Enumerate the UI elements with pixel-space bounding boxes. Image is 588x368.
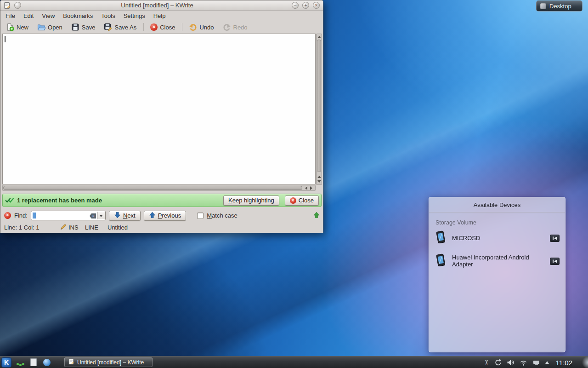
menu-help[interactable]: Help [149, 12, 170, 20]
close-window-button[interactable] [313, 2, 320, 9]
save-button[interactable]: Save [68, 22, 98, 32]
save-floppy-icon [71, 23, 79, 31]
scissors-klipper-icon[interactable] [483, 360, 490, 365]
app-launcher-button[interactable]: K [1, 357, 11, 368]
redo-arrow-icon [223, 23, 231, 31]
close-find-bar-button[interactable] [4, 212, 11, 219]
menu-settings[interactable]: Settings [119, 12, 149, 20]
unmount-device-button[interactable] [550, 258, 560, 265]
panel-cashew-icon[interactable] [582, 356, 588, 368]
taskbar-panel: K Untitled [modified] – KWrite 11:02 [0, 356, 588, 368]
network-wifi-icon[interactable] [520, 359, 527, 366]
desktop-toolbox[interactable]: Desktop [536, 0, 582, 12]
save-as-button[interactable]: Save As [101, 22, 139, 32]
find-input-caret [33, 213, 36, 218]
sync-circular-arrow-icon[interactable] [494, 359, 502, 366]
power-search-arrow-icon[interactable] [313, 212, 320, 220]
find-next-button[interactable]: Next [109, 211, 141, 221]
double-checkmark-icon [5, 197, 15, 204]
device-name: Huawei Incorporated Android Adapter [452, 254, 544, 268]
undo-button-label: Undo [199, 24, 214, 31]
available-devices-widget: Available Devices Storage Volume MICROSD… [429, 197, 565, 352]
arrow-down-icon [114, 212, 121, 220]
document-icon[interactable] [30, 358, 37, 366]
menu-view[interactable]: View [38, 12, 59, 20]
match-case-checkbox[interactable] [197, 213, 204, 219]
green-dots-icon[interactable] [16, 358, 25, 367]
panel-clock[interactable]: 11:02 [556, 359, 572, 367]
task-label: Untitled [modified] – KWrite [77, 359, 144, 366]
smartphone-icon [435, 230, 447, 246]
close-document-button[interactable]: Close [147, 23, 178, 32]
vertical-scrollbar-thumb[interactable] [317, 40, 321, 172]
scroll-left-arrow-icon[interactable] [305, 186, 307, 190]
open-folder-icon [37, 23, 45, 31]
open-button-label: Open [48, 24, 62, 31]
find-history-dropdown[interactable] [97, 212, 105, 219]
find-input[interactable] [31, 211, 106, 220]
device-notifier-icon[interactable] [532, 359, 540, 366]
desktop-toolbox-label: Desktop [549, 3, 571, 10]
replacement-message-text: 1 replacement has been made [17, 197, 102, 204]
blue-sphere-icon[interactable] [43, 359, 51, 366]
maximize-button[interactable] [302, 2, 309, 9]
device-row-huawei[interactable]: Huawei Incorporated Android Adapter [429, 250, 565, 273]
toolbar: New Open Save Save As Close Und [0, 21, 323, 34]
window-title: Untitled [modified] – KWrite [28, 2, 286, 9]
new-document-icon [6, 23, 14, 31]
menubar: File Edit View Bookmarks Tools Settings … [0, 11, 323, 21]
save-as-floppy-pencil-icon [104, 23, 112, 31]
scroll-down-arrow-icon[interactable] [317, 180, 321, 183]
horizontal-scrollbar[interactable] [2, 185, 316, 191]
undo-arrow-icon [189, 23, 197, 31]
device-name: MICROSD [452, 235, 544, 242]
minimize-button[interactable] [292, 2, 299, 9]
find-next-label: Next [123, 212, 136, 219]
menu-file[interactable]: File [1, 12, 19, 20]
menu-bookmarks[interactable]: Bookmarks [59, 12, 97, 20]
titlebar[interactable]: Untitled [modified] – KWrite [0, 0, 323, 11]
new-button[interactable]: New [3, 22, 31, 32]
line-ending-indicator[interactable]: LINE [85, 224, 98, 231]
toolbar-separator [143, 23, 144, 31]
menu-tools[interactable]: Tools [97, 12, 119, 20]
find-label: Find: [14, 212, 28, 219]
keep-highlighting-button[interactable]: Keep highlighting [223, 196, 279, 206]
find-bar: Find: Next Previous Match case [0, 209, 324, 222]
taskbar-task-kwrite[interactable]: Untitled [modified] – KWrite [64, 357, 153, 367]
scroll-right-arrow-icon[interactable] [310, 186, 312, 190]
undo-button[interactable]: Undo [186, 22, 216, 32]
scroll-up-arrow-icon-bottom[interactable] [317, 176, 321, 178]
unmount-icon [552, 236, 558, 241]
save-button-label: Save [82, 24, 96, 31]
volume-speaker-icon[interactable] [507, 359, 514, 366]
vertical-scrollbar[interactable] [316, 34, 322, 185]
replacement-message-bar: 1 replacement has been made Keep highlig… [2, 194, 322, 207]
insert-mode-indicator[interactable]: INS [60, 224, 79, 231]
close-button-label: Close [160, 24, 175, 31]
scroll-up-arrow-icon[interactable] [317, 36, 321, 38]
devices-widget-title: Available Devices [429, 201, 565, 208]
find-previous-button[interactable]: Previous [144, 211, 187, 221]
save-as-button-label: Save As [114, 24, 136, 31]
launcher-k-glyph: K [4, 359, 9, 366]
close-red-icon [150, 23, 158, 31]
horizontal-scrollbar-thumb[interactable] [3, 186, 302, 190]
match-case-label: Match case [207, 212, 237, 219]
pencil-icon [60, 224, 67, 231]
menu-edit[interactable]: Edit [19, 12, 38, 20]
keep-highlighting-label: Keep highlighting [228, 197, 274, 204]
devices-divider [429, 212, 565, 213]
redo-button[interactable]: Redo [220, 22, 250, 32]
unmount-device-button[interactable] [550, 235, 560, 242]
close-message-button[interactable]: Close [285, 196, 319, 206]
window-pin-button[interactable] [14, 2, 21, 9]
device-row-microsd[interactable]: MICROSD [429, 227, 565, 250]
open-button[interactable]: Open [34, 22, 65, 32]
text-editor-area[interactable] [2, 34, 316, 184]
kwrite-task-icon [68, 358, 74, 366]
redo-button-label: Redo [233, 24, 248, 31]
clear-text-icon[interactable] [90, 213, 96, 218]
text-cursor [5, 36, 6, 42]
tray-expander-icon[interactable] [545, 361, 549, 364]
